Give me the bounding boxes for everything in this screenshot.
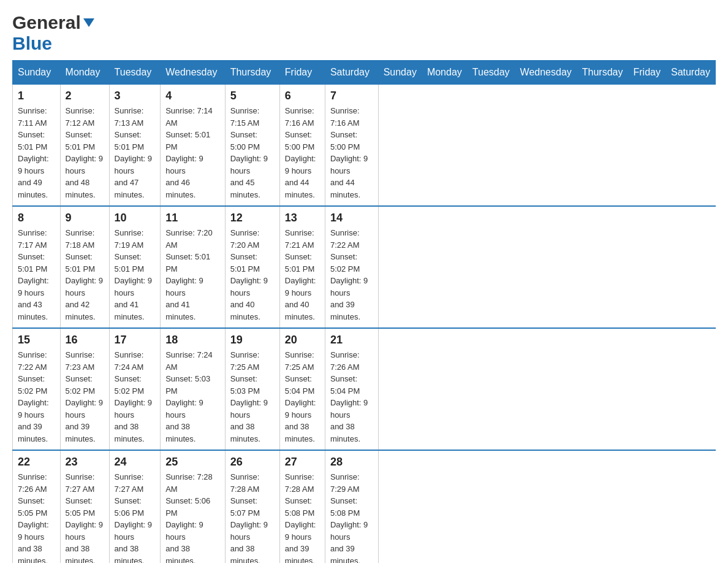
day-number: 19 [230, 334, 275, 347]
day-info: Sunrise: 7:17 AMSunset: 5:01 PMDaylight:… [18, 227, 55, 323]
calendar-cell: 15Sunrise: 7:22 AMSunset: 5:02 PMDayligh… [13, 328, 61, 450]
day-number: 23 [66, 456, 104, 469]
day-info: Sunrise: 7:28 AMSunset: 5:08 PMDaylight:… [285, 471, 320, 563]
calendar-cell: 28Sunrise: 7:29 AMSunset: 5:08 PMDayligh… [325, 450, 378, 563]
day-info: Sunrise: 7:14 AMSunset: 5:01 PMDaylight:… [165, 105, 219, 201]
day-number: 7 [330, 90, 373, 102]
calendar-cell: 1Sunrise: 7:11 AMSunset: 5:01 PMDaylight… [13, 85, 61, 207]
day-info: Sunrise: 7:19 AMSunset: 5:01 PMDaylight:… [115, 227, 156, 323]
calendar-week-row: 22Sunrise: 7:26 AMSunset: 5:05 PMDayligh… [13, 450, 716, 563]
logo-blue-text: Blue [12, 33, 52, 53]
day-number: 9 [66, 212, 104, 224]
header-saturday: Saturday [325, 61, 378, 85]
header-tuesday: Tuesday [109, 61, 161, 85]
day-info: Sunrise: 7:29 AMSunset: 5:08 PMDaylight:… [330, 471, 373, 563]
day-number: 17 [115, 334, 156, 347]
day-info: Sunrise: 7:13 AMSunset: 5:01 PMDaylight:… [115, 105, 156, 201]
day-number: 13 [285, 212, 320, 224]
calendar-cell: 2Sunrise: 7:12 AMSunset: 5:01 PMDaylight… [60, 85, 109, 207]
day-info: Sunrise: 7:28 AMSunset: 5:06 PMDaylight:… [165, 471, 219, 563]
calendar-cell: 21Sunrise: 7:26 AMSunset: 5:04 PMDayligh… [325, 328, 378, 450]
header-friday: Friday [279, 61, 325, 85]
calendar-cell: 26Sunrise: 7:28 AMSunset: 5:07 PMDayligh… [225, 450, 279, 563]
calendar-cell: 14Sunrise: 7:22 AMSunset: 5:02 PMDayligh… [325, 206, 378, 328]
header-thursday: Thursday [225, 61, 279, 85]
header-monday: Monday [60, 61, 109, 85]
day-info: Sunrise: 7:12 AMSunset: 5:01 PMDaylight:… [66, 105, 104, 201]
day-info: Sunrise: 7:21 AMSunset: 5:01 PMDaylight:… [285, 227, 320, 323]
header-wednesday: Wednesday [515, 61, 577, 85]
day-info: Sunrise: 7:26 AMSunset: 5:04 PMDaylight:… [330, 349, 373, 445]
day-number: 25 [165, 456, 219, 469]
day-info: Sunrise: 7:22 AMSunset: 5:02 PMDaylight:… [18, 349, 55, 445]
header-wednesday: Wednesday [161, 61, 225, 85]
calendar-cell: 25Sunrise: 7:28 AMSunset: 5:06 PMDayligh… [161, 450, 225, 563]
page-header: General Blue [12, 12, 716, 54]
calendar-cell: 3Sunrise: 7:13 AMSunset: 5:01 PMDaylight… [109, 85, 161, 207]
day-info: Sunrise: 7:24 AMSunset: 5:03 PMDaylight:… [165, 349, 219, 445]
calendar-cell: 16Sunrise: 7:23 AMSunset: 5:02 PMDayligh… [60, 328, 109, 450]
calendar-week-row: 8Sunrise: 7:17 AMSunset: 5:01 PMDaylight… [13, 206, 716, 328]
calendar-cell: 12Sunrise: 7:20 AMSunset: 5:01 PMDayligh… [225, 206, 279, 328]
day-info: Sunrise: 7:20 AMSunset: 5:01 PMDaylight:… [165, 227, 219, 323]
day-number: 1 [18, 90, 55, 102]
calendar-week-row: 1Sunrise: 7:11 AMSunset: 5:01 PMDaylight… [13, 85, 716, 207]
calendar-cell: 5Sunrise: 7:15 AMSunset: 5:00 PMDaylight… [225, 85, 279, 207]
day-number: 20 [285, 334, 320, 347]
day-info: Sunrise: 7:27 AMSunset: 5:06 PMDaylight:… [115, 471, 156, 563]
header-friday: Friday [628, 61, 665, 85]
calendar-cell: 13Sunrise: 7:21 AMSunset: 5:01 PMDayligh… [279, 206, 325, 328]
logo: General Blue [12, 12, 96, 54]
day-number: 27 [285, 456, 320, 469]
calendar-cell: 24Sunrise: 7:27 AMSunset: 5:06 PMDayligh… [109, 450, 161, 563]
calendar-cell: 6Sunrise: 7:16 AMSunset: 5:00 PMDaylight… [279, 85, 325, 207]
day-number: 28 [330, 456, 373, 469]
calendar-cell: 20Sunrise: 7:25 AMSunset: 5:04 PMDayligh… [279, 328, 325, 450]
day-number: 26 [230, 456, 275, 469]
calendar-cell: 19Sunrise: 7:25 AMSunset: 5:03 PMDayligh… [225, 328, 279, 450]
header-saturday: Saturday [665, 61, 715, 85]
logo-arrow-icon [82, 16, 96, 32]
day-number: 2 [66, 90, 104, 102]
calendar-cell: 17Sunrise: 7:24 AMSunset: 5:02 PMDayligh… [109, 328, 161, 450]
day-number: 21 [330, 334, 373, 347]
day-number: 14 [330, 212, 373, 224]
header-monday: Monday [422, 61, 467, 85]
day-number: 4 [165, 90, 219, 102]
day-info: Sunrise: 7:24 AMSunset: 5:02 PMDaylight:… [115, 349, 156, 445]
day-number: 15 [18, 334, 55, 347]
day-number: 3 [115, 90, 156, 102]
day-info: Sunrise: 7:25 AMSunset: 5:03 PMDaylight:… [230, 349, 275, 445]
calendar-cell: 27Sunrise: 7:28 AMSunset: 5:08 PMDayligh… [279, 450, 325, 563]
calendar-cell: 23Sunrise: 7:27 AMSunset: 5:05 PMDayligh… [60, 450, 109, 563]
day-number: 16 [66, 334, 104, 347]
day-number: 24 [115, 456, 156, 469]
calendar-cell: 22Sunrise: 7:26 AMSunset: 5:05 PMDayligh… [13, 450, 61, 563]
day-info: Sunrise: 7:25 AMSunset: 5:04 PMDaylight:… [285, 349, 320, 445]
header-sunday: Sunday [13, 61, 61, 85]
day-info: Sunrise: 7:11 AMSunset: 5:01 PMDaylight:… [18, 105, 55, 201]
calendar-cell: 18Sunrise: 7:24 AMSunset: 5:03 PMDayligh… [161, 328, 225, 450]
day-info: Sunrise: 7:26 AMSunset: 5:05 PMDaylight:… [18, 471, 55, 563]
calendar-table: SundayMondayTuesdayWednesdayThursdayFrid… [12, 60, 716, 563]
day-info: Sunrise: 7:28 AMSunset: 5:07 PMDaylight:… [230, 471, 275, 563]
day-info: Sunrise: 7:18 AMSunset: 5:01 PMDaylight:… [66, 227, 104, 323]
day-number: 11 [165, 212, 219, 224]
day-info: Sunrise: 7:23 AMSunset: 5:02 PMDaylight:… [66, 349, 104, 445]
calendar-cell: 10Sunrise: 7:19 AMSunset: 5:01 PMDayligh… [109, 206, 161, 328]
header-sunday: Sunday [378, 61, 422, 85]
day-info: Sunrise: 7:16 AMSunset: 5:00 PMDaylight:… [285, 105, 320, 201]
day-info: Sunrise: 7:22 AMSunset: 5:02 PMDaylight:… [330, 227, 373, 323]
day-info: Sunrise: 7:27 AMSunset: 5:05 PMDaylight:… [66, 471, 104, 563]
calendar-cell: 11Sunrise: 7:20 AMSunset: 5:01 PMDayligh… [161, 206, 225, 328]
calendar-cell: 7Sunrise: 7:16 AMSunset: 5:00 PMDaylight… [325, 85, 378, 207]
header-tuesday: Tuesday [467, 61, 515, 85]
day-number: 8 [18, 212, 55, 224]
day-info: Sunrise: 7:20 AMSunset: 5:01 PMDaylight:… [230, 227, 275, 323]
day-number: 5 [230, 90, 275, 102]
calendar-cell: 9Sunrise: 7:18 AMSunset: 5:01 PMDaylight… [60, 206, 109, 328]
day-number: 6 [285, 90, 320, 102]
day-number: 18 [165, 334, 219, 347]
day-info: Sunrise: 7:15 AMSunset: 5:00 PMDaylight:… [230, 105, 275, 201]
calendar-cell: 8Sunrise: 7:17 AMSunset: 5:01 PMDaylight… [13, 206, 61, 328]
